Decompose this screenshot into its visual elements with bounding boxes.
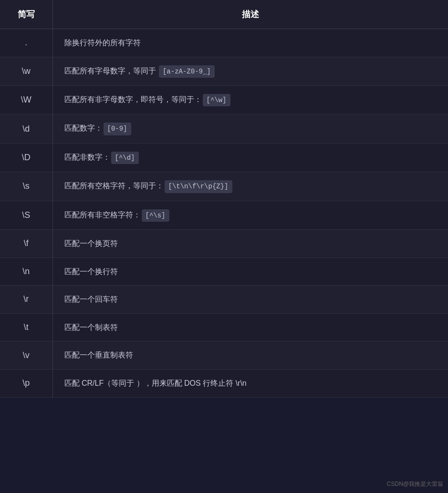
description-prefix: 匹配所有空格字符，等同于：: [64, 182, 164, 190]
shorthand-cell: \v: [0, 341, 52, 370]
description-cell: 匹配 CR/LF（等同于 ），用来匹配 DOS 行终止符 \r\n: [52, 369, 448, 397]
description-cell: 匹配一个垂直制表符: [52, 341, 448, 370]
main-container: 简写 描述 .除换行符外的所有字符\w匹配所有字母数字，等同于 [a-zA-Z0…: [0, 0, 448, 398]
shorthand-cell: \w: [0, 57, 52, 85]
description-cell: 匹配非数字：[^\d]: [52, 143, 448, 172]
table-header-row: 简写 描述: [0, 0, 448, 29]
shorthand-cell: \f: [0, 229, 52, 257]
description-cell: 匹配所有非字母数字，即符号，等同于：[^\w]: [52, 85, 448, 114]
code-badge: [0-9]: [104, 123, 131, 135]
description-prefix: 匹配非数字：: [64, 153, 110, 161]
shorthand-cell: \D: [0, 143, 52, 172]
description-cell: 匹配一个换行符: [52, 257, 448, 286]
regex-table: 简写 描述 .除换行符外的所有字符\w匹配所有字母数字，等同于 [a-zA-Z0…: [0, 0, 448, 398]
shorthand-cell: \d: [0, 114, 52, 143]
table-row: \S匹配所有非空格字符：[^\s]: [0, 201, 448, 229]
table-row: \p匹配 CR/LF（等同于 ），用来匹配 DOS 行终止符 \r\n: [0, 369, 448, 397]
code-badge: [^\s]: [142, 209, 169, 222]
description-suffix: \r\n: [236, 379, 247, 387]
table-row: \n匹配一个换行符: [0, 257, 448, 286]
code-badge: [^\d]: [111, 152, 139, 164]
table-row: \f匹配一个换页符: [0, 229, 448, 257]
table-row: \r匹配一个回车符: [0, 286, 448, 314]
description-cell: 匹配数字：[0-9]: [52, 114, 448, 143]
description-cell: 匹配一个制表符: [52, 313, 448, 341]
description-prefix: 匹配数字：: [64, 124, 103, 132]
table-row: \w匹配所有字母数字，等同于 [a-zA-Z0-9_]: [0, 57, 448, 85]
shorthand-cell: \t: [0, 313, 52, 341]
description-cell: 匹配所有空格字符，等同于：[\t\n\f\r\p{Z}]: [52, 172, 448, 201]
code-badge: [^\w]: [203, 94, 230, 106]
description-cell: 匹配一个回车符: [52, 286, 448, 314]
description-cell: 匹配所有字母数字，等同于 [a-zA-Z0-9_]: [52, 57, 448, 85]
description-prefix: 匹配所有字母数字，等同于: [64, 67, 158, 75]
shorthand-cell: \p: [0, 369, 52, 397]
code-badge: [\t\n\f\r\p{Z}]: [165, 180, 232, 193]
col-shorthand-header: 简写: [0, 0, 52, 29]
table-body: .除换行符外的所有字符\w匹配所有字母数字，等同于 [a-zA-Z0-9_]\W…: [0, 29, 448, 398]
table-row: \D匹配非数字：[^\d]: [0, 143, 448, 172]
table-row: \s匹配所有空格字符，等同于：[\t\n\f\r\p{Z}]: [0, 172, 448, 201]
table-row: \W匹配所有非字母数字，即符号，等同于：[^\w]: [0, 85, 448, 114]
watermark: CSDN@我推是大雷翁: [387, 480, 443, 488]
code-badge: [a-zA-Z0-9_]: [159, 65, 215, 78]
description-cell: 匹配一个换页符: [52, 229, 448, 257]
description-cell: 除换行符外的所有字符: [52, 29, 448, 57]
table-row: \d匹配数字：[0-9]: [0, 114, 448, 143]
description-prefix: 匹配所有非空格字符：: [64, 211, 141, 219]
table-row: \t匹配一个制表符: [0, 313, 448, 341]
shorthand-cell: \s: [0, 172, 52, 201]
table-row: \v匹配一个垂直制表符: [0, 341, 448, 370]
description-prefix: 匹配所有非字母数字，即符号，等同于：: [64, 95, 202, 103]
shorthand-cell: \n: [0, 257, 52, 286]
shorthand-cell: .: [0, 29, 52, 57]
description-prefix: 匹配 CR/LF（等同于 ），用来匹配 DOS 行终止符: [64, 379, 236, 387]
description-cell: 匹配所有非空格字符：[^\s]: [52, 201, 448, 229]
shorthand-cell: \W: [0, 85, 52, 114]
shorthand-cell: \S: [0, 201, 52, 229]
table-row: .除换行符外的所有字符: [0, 29, 448, 57]
shorthand-cell: \r: [0, 286, 52, 314]
col-description-header: 描述: [52, 0, 448, 29]
